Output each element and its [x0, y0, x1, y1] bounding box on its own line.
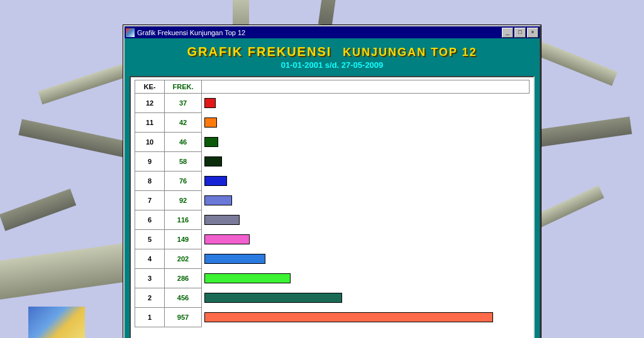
titlebar[interactable]: Grafik Frekuensi Kunjungan Top 12 _ □ × [125, 26, 540, 38]
table-row: 1957 [135, 308, 530, 327]
cell-frek: 92 [165, 191, 202, 210]
column-header-ke: KE- [135, 80, 165, 94]
table-row: 876 [135, 172, 530, 191]
bg-decoration [0, 188, 76, 231]
bg-decoration [0, 242, 132, 300]
bar [204, 156, 222, 166]
cell-frek: 76 [165, 172, 202, 191]
cell-frek: 202 [165, 249, 202, 269]
cell-ke: 11 [135, 113, 165, 133]
cell-bar [202, 191, 530, 210]
cell-frek: 46 [165, 133, 202, 152]
bar [204, 195, 232, 205]
cell-bar [202, 133, 530, 152]
window-title: Grafik Frekuensi Kunjungan Top 12 [137, 29, 501, 36]
cell-frek: 456 [165, 288, 202, 308]
date-range: 01-01-2001 s/d. 27-05-2009 [131, 60, 533, 70]
page-title-line1: GRAFIK FREKUENSI [187, 45, 332, 58]
data-table: KE- FREK. 123711421046958876792611651494… [135, 80, 530, 327]
bar [204, 98, 216, 108]
bar [204, 215, 240, 225]
cell-frek: 116 [165, 210, 202, 230]
bar [204, 137, 218, 147]
cell-ke: 9 [135, 152, 165, 172]
cell-frek: 286 [165, 269, 202, 288]
cell-ke: 6 [135, 210, 165, 230]
cell-ke: 8 [135, 172, 165, 191]
cell-bar [202, 152, 530, 172]
app-icon [126, 28, 135, 37]
app-window: Grafik Frekuensi Kunjungan Top 12 _ □ × … [123, 25, 541, 338]
cell-ke: 2 [135, 288, 165, 308]
cell-bar [202, 269, 530, 288]
page-title: GRAFIK FREKUENSI KUNJUNGAN TOP 12 [131, 45, 533, 59]
bar [204, 312, 493, 322]
bar [204, 117, 217, 128]
cell-bar [202, 172, 530, 191]
page-title-line2: KUNJUNGAN TOP 12 [343, 46, 477, 58]
cell-ke: 1 [135, 308, 165, 327]
bar [204, 234, 250, 244]
cell-bar [202, 210, 530, 230]
minimize-button[interactable]: _ [502, 28, 513, 38]
table-row: 5149 [135, 230, 530, 249]
column-header-bar [202, 80, 530, 94]
header-area: GRAFIK FREKUENSI KUNJUNGAN TOP 12 01-01-… [125, 38, 540, 74]
bar [204, 254, 265, 264]
cell-bar [202, 308, 530, 327]
column-header-frek: FREK. [165, 80, 202, 94]
bar [204, 293, 342, 303]
table-row: 958 [135, 152, 530, 172]
table-row: 1237 [135, 94, 530, 113]
table-row: 3286 [135, 269, 530, 288]
bg-decoration [318, 0, 337, 26]
table-row: 2456 [135, 288, 530, 308]
cell-frek: 37 [165, 94, 202, 113]
maximize-button[interactable]: □ [514, 28, 526, 38]
logo-fragment [28, 307, 85, 338]
cell-bar [202, 249, 530, 269]
cell-bar [202, 230, 530, 249]
cell-frek: 58 [165, 152, 202, 172]
cell-bar [202, 113, 530, 133]
cell-ke: 12 [135, 94, 165, 113]
cell-bar [202, 288, 530, 308]
cell-ke: 10 [135, 133, 165, 152]
bar [204, 176, 227, 186]
cell-ke: 7 [135, 191, 165, 210]
cell-ke: 4 [135, 249, 165, 269]
cell-ke: 5 [135, 230, 165, 249]
chart-panel: KE- FREK. 123711421046958876792611651494… [130, 76, 535, 338]
cell-frek: 42 [165, 113, 202, 133]
cell-frek: 957 [165, 308, 202, 327]
table-row: 1142 [135, 113, 530, 133]
close-button[interactable]: × [527, 28, 538, 38]
cell-frek: 149 [165, 230, 202, 249]
table-row: 4202 [135, 249, 530, 269]
table-row: 1046 [135, 133, 530, 152]
cell-bar [202, 94, 530, 113]
table-row: 6116 [135, 210, 530, 230]
cell-ke: 3 [135, 269, 165, 288]
table-row: 792 [135, 191, 530, 210]
bar [204, 273, 291, 283]
